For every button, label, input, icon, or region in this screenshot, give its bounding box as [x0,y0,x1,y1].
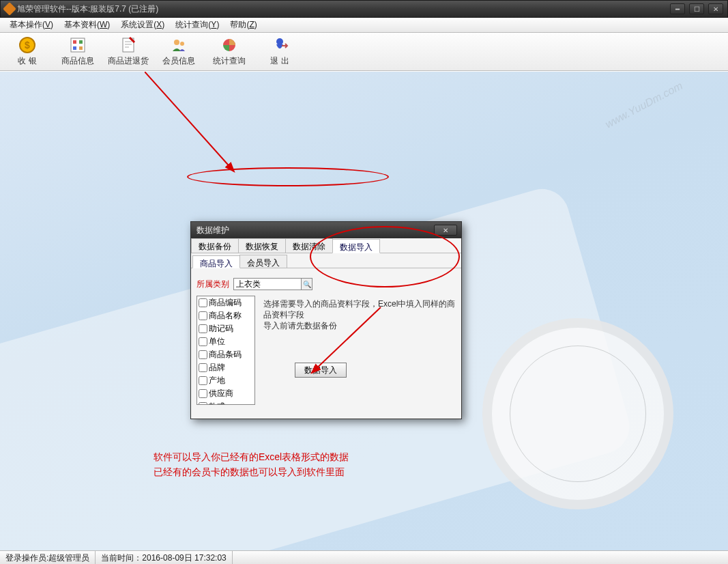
tool-exit[interactable]: 退 出 [255,34,304,69]
tool-stock-inout[interactable]: 商品进退货 [104,34,153,69]
window-title: 旭荣管理软件--版本:服装版7.7 (已注册) [17,3,158,15]
app-icon [3,2,16,16]
titlebar: 旭荣管理软件--版本:服装版7.7 (已注册) ━ ☐ ✕ [0,0,728,18]
toolbar: $ 收 银 商品信息 商品进退货 会员信息 统计查询 [0,33,728,71]
subtab-member-import[interactable]: 会员导入 [239,255,287,268]
menu-stats[interactable]: 统计查询(Y) [170,18,224,32]
chart-icon [220,36,238,54]
dialog-title: 数据维护 [196,225,229,236]
list-item[interactable]: 助记码 [197,322,254,335]
menu-basic-data[interactable]: 基本资料(W) [59,18,115,32]
tool-label: 商品信息 [61,55,94,67]
tool-label: 会员信息 [162,55,195,67]
checkbox[interactable] [199,363,207,372]
category-label: 所属类别 [196,279,229,290]
tool-label: 退 出 [270,55,289,67]
list-item[interactable]: 商品名称 [197,309,254,322]
watermark: www.YuuDm.com [603,80,684,131]
list-item[interactable]: 单位 [197,335,254,348]
svg-rect-3 [73,40,76,44]
dialog-titlebar[interactable]: 数据维护 ✕ [191,222,461,238]
fields-listbox[interactable]: 商品编码 商品名称 助记码 单位 商品条码 品牌 产地 供应商 款式 备注 零售… [196,296,255,405]
list-item[interactable]: 产地 [197,374,254,387]
status-time: 当前时间：2016-08-09日 17:32:03 [96,551,232,564]
checkbox[interactable] [199,376,207,385]
import-right-panel: 选择需要导入的商品资料字段，Excel中填入同样的商品资料字段 导入前请先数据备… [263,296,456,405]
people-icon [170,36,188,54]
checkbox[interactable] [199,337,207,346]
tab-import[interactable]: 数据导入 [332,239,380,253]
search-icon[interactable]: 🔍 [302,278,312,290]
doc-icon [119,36,137,54]
checkbox[interactable] [199,324,207,333]
content-area: www.YuuDm.com 数据维护 ✕ 数据备份 数据恢复 数据清除 数据导入… [0,71,728,550]
checkbox[interactable] [199,389,207,398]
tool-label: 收 银 [18,55,36,67]
tab-restore[interactable]: 数据恢复 [238,238,286,253]
category-combo[interactable]: 🔍 [233,278,312,290]
list-item[interactable]: 品牌 [197,361,254,374]
menu-sys-settings[interactable]: 系统设置(X) [115,18,170,32]
svg-point-9 [180,42,184,46]
tool-stats[interactable]: 统计查询 [205,34,254,69]
dialog-close-button[interactable]: ✕ [434,225,457,236]
import-desc-2: 导入前请先数据备份 [263,320,456,331]
list-item[interactable]: 款式 [197,400,254,405]
svg-point-10 [276,38,283,45]
list-item[interactable]: 商品条码 [197,348,254,361]
exit-icon [271,36,289,54]
checkbox[interactable] [199,350,207,359]
import-button[interactable]: 数据导入 [295,363,347,378]
svg-point-8 [174,40,179,45]
svg-rect-6 [79,46,83,50]
svg-rect-5 [73,46,76,50]
category-input[interactable] [233,278,302,290]
menu-basic-ops[interactable]: 基本操作(V) [4,18,59,32]
svg-text:$: $ [25,40,30,51]
tool-label: 统计查询 [213,55,246,67]
tool-product-info[interactable]: 商品信息 [53,34,102,69]
close-button[interactable]: ✕ [708,3,723,14]
minimize-button[interactable]: ━ [670,3,685,14]
status-operator: 登录操作员:超级管理员 [0,551,96,564]
svg-line-11 [145,72,233,171]
dialog-tabs: 数据备份 数据恢复 数据清除 数据导入 [191,238,461,253]
dialog-sub-tabs: 商品导入 会员导入 [191,253,461,268]
grid-icon [69,36,87,54]
tool-member-info[interactable]: 会员信息 [154,34,203,69]
statusbar: 登录操作员:超级管理员 当前时间：2016-08-09日 17:32:03 [0,550,728,564]
checkbox[interactable] [199,311,207,320]
list-item[interactable]: 供应商 [197,387,254,400]
list-item[interactable]: 商品编码 [197,296,254,309]
dialog-body: 所属类别 🔍 商品编码 商品名称 助记码 单位 商品条码 品牌 产地 [191,268,461,419]
maximize-button[interactable]: ☐ [689,3,704,14]
import-desc-1: 选择需要导入的商品资料字段，Excel中填入同样的商品资料字段 [263,298,456,320]
svg-rect-4 [79,40,83,44]
subtab-product-import[interactable]: 商品导入 [192,255,240,268]
tool-label: 商品进退货 [108,55,149,67]
annotation-arrow-1 [145,72,240,229]
menubar: 基本操作(V) 基本资料(W) 系统设置(X) 统计查询(Y) 帮助(Z) [0,18,728,33]
tool-cashier[interactable]: $ 收 银 [3,34,52,69]
background-clock [482,318,673,509]
coin-icon: $ [18,36,36,54]
checkbox[interactable] [199,402,207,405]
tab-backup[interactable]: 数据备份 [191,238,239,253]
data-maintenance-dialog: 数据维护 ✕ 数据备份 数据恢复 数据清除 数据导入 商品导入 会员导入 所属类… [190,221,462,419]
tab-clear[interactable]: 数据清除 [285,238,333,253]
menu-help[interactable]: 帮助(Z) [224,18,262,32]
annotation-ellipse-tabs [187,167,389,186]
checkbox[interactable] [199,298,207,307]
